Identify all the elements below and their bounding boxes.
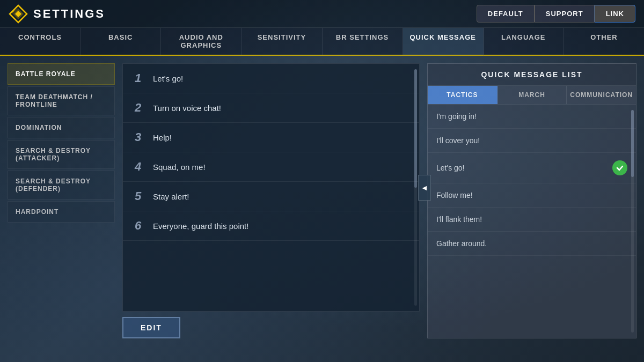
mode-item-search-&-destroy-(attacker)[interactable]: SEARCH & DESTROY (ATTACKER) [8,140,115,169]
qm-title: QUICK MESSAGE LIST [428,64,636,86]
qm-message-row[interactable]: I'm going in! [428,105,636,129]
qm-tab-march[interactable]: MARCH [497,86,567,104]
mode-item-domination[interactable]: DOMINATION [8,117,115,138]
qm-message-text: I'll flank them! [436,215,482,224]
message-list: 1 Let's go! 2 Turn on voice chat! 3 Help… [123,64,419,311]
tab-sensitivity[interactable]: SENSITIVITY [241,28,322,55]
message-row[interactable]: 6 Everyone, guard this point! [123,211,419,241]
qm-message-text: Let's go! [436,164,465,172]
mode-item-search-&-destroy-(defender)[interactable]: SEARCH & DESTROY (DEFENDER) [8,171,115,200]
mode-item-hardpoint[interactable]: HARDPOINT [8,201,115,223]
edit-button[interactable]: EDIT [122,317,180,338]
message-row[interactable]: 3 Help! [123,123,419,152]
message-number: 3 [131,130,144,144]
qm-scroll-thumb [631,110,634,177]
quick-message-panel: QUICK MESSAGE LIST TACTICSMARCHCOMMUNICA… [427,63,636,338]
logo: SETTINGS [9,4,105,24]
tab-controls[interactable]: CONTROLS [0,28,80,55]
qm-message-row[interactable]: Follow me! [428,183,636,208]
message-text: Let's go! [153,74,183,83]
message-row[interactable]: 1 Let's go! [123,64,419,93]
qm-tab-communication[interactable]: COMMUNICATION [567,86,636,104]
message-text: Turn on voice chat! [153,104,221,113]
message-text: Stay alert! [153,192,189,201]
qm-message-text: Follow me! [436,191,473,200]
collapse-arrow-button[interactable]: ◄ [418,175,431,201]
scroll-thumb [414,69,417,188]
message-number: 1 [131,71,144,85]
tab-bar: CONTROLSBASICAUDIO AND GRAPHICSSENSITIVI… [0,28,644,56]
tab-other[interactable]: OTHER [564,28,644,55]
page-title: SETTINGS [33,7,105,21]
qm-message-text: I'll cover you! [436,136,480,145]
message-row[interactable]: 5 Stay alert! [123,182,419,211]
tab-audio-and-graphics[interactable]: AUDIO AND GRAPHICS [161,28,241,55]
mode-item-team-deathmatch-frontline[interactable]: TEAM DEATHMATCH / FRONTLINE [8,86,115,115]
qm-tab-tactics[interactable]: TACTICS [428,86,497,104]
qm-tab-bar: TACTICSMARCHCOMMUNICATION [428,86,636,105]
message-number: 4 [131,160,144,174]
scroll-track[interactable] [414,69,417,306]
message-text: Squad, on me! [153,162,206,172]
qm-message-row[interactable]: Let's go! [428,153,636,183]
message-number: 6 [131,219,144,233]
logo-icon [9,4,28,24]
selected-badge [612,160,627,175]
qm-message-row[interactable]: I'll flank them! [428,208,636,232]
tab-language[interactable]: LANGUAGE [484,28,564,55]
message-text: Help! [153,133,172,142]
tab-quick-message[interactable]: QUICK MESSAGE [403,28,484,56]
message-row[interactable]: 4 Squad, on me! [123,152,419,182]
mode-list: BATTLE ROYALETEAM DEATHMATCH / FRONTLINE… [8,63,115,338]
tab-br-settings[interactable]: BR SETTINGS [323,28,403,55]
mode-item-battle-royale[interactable]: BATTLE ROYALE [8,63,115,85]
header-btn-default[interactable]: DEFAULT [477,5,535,23]
qm-message-list: I'm going in!I'll cover you!Let's go! Fo… [428,105,636,338]
header: SETTINGS DEFAULTSUPPORTLINK [0,0,644,28]
qm-message-row[interactable]: Gather around. [428,232,636,256]
header-btn-support[interactable]: SUPPORT [535,5,595,23]
qm-message-row[interactable]: I'll cover you! [428,129,636,153]
message-number: 5 [131,189,144,203]
message-row[interactable]: 2 Turn on voice chat! [123,93,419,123]
header-btn-link[interactable]: LINK [595,5,635,23]
qm-message-text: Gather around. [436,239,487,248]
message-number: 2 [131,101,144,115]
qm-message-text: I'm going in! [436,112,477,121]
message-text: Everyone, guard this point! [153,221,248,231]
qm-scroll-track[interactable] [631,110,634,333]
message-panel: 1 Let's go! 2 Turn on voice chat! 3 Help… [122,63,420,312]
tab-basic[interactable]: BASIC [80,28,161,55]
header-button-group: DEFAULTSUPPORTLINK [477,5,635,23]
